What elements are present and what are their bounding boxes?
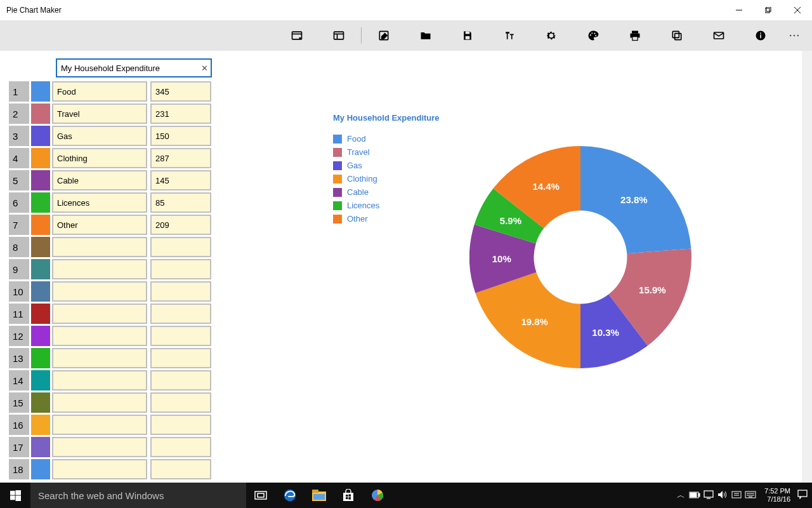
clear-title-icon[interactable]: ✕	[198, 64, 211, 73]
toolbar-edit-button[interactable]	[363, 20, 405, 51]
row-label-input[interactable]	[52, 170, 147, 190]
file-explorer-icon[interactable]	[304, 483, 334, 508]
row-value-input[interactable]	[150, 215, 211, 235]
row-value-cell	[150, 348, 211, 368]
row-label-input[interactable]	[52, 104, 147, 124]
toolbar-save-button[interactable]	[447, 20, 488, 51]
close-button[interactable]	[783, 0, 812, 20]
edge-icon[interactable]	[275, 483, 304, 508]
pie-chart-app-icon[interactable]	[363, 483, 392, 508]
row-label-input[interactable]	[52, 304, 147, 324]
legend-swatch	[333, 215, 342, 224]
row-value-input[interactable]	[150, 304, 211, 324]
row-label-input[interactable]	[52, 370, 147, 391]
row-value-input[interactable]	[150, 370, 211, 391]
row-label-input[interactable]	[52, 459, 147, 479]
svg-rect-43	[346, 497, 348, 499]
row-color-swatch[interactable]	[31, 104, 50, 124]
svg-point-15	[591, 32, 593, 34]
row-value-input[interactable]	[150, 459, 211, 479]
row-color-swatch[interactable]	[31, 348, 50, 368]
minimize-button[interactable]	[724, 0, 754, 20]
taskbar-search[interactable]: Search the web and Windows	[30, 483, 246, 508]
row-color-swatch[interactable]	[31, 192, 50, 213]
row-value-cell	[150, 370, 211, 391]
row-label-input[interactable]	[52, 281, 147, 302]
row-label-input[interactable]	[52, 326, 147, 346]
row-value-input[interactable]	[150, 348, 211, 368]
row-value-input[interactable]	[150, 259, 211, 279]
toolbar-panel-button[interactable]	[318, 20, 360, 51]
row-value-input[interactable]	[150, 126, 211, 146]
row-color-swatch[interactable]	[31, 148, 50, 168]
keyboard-icon[interactable]	[743, 491, 757, 500]
row-value-input[interactable]	[150, 437, 211, 457]
store-icon[interactable]	[334, 483, 363, 508]
row-label-input[interactable]	[52, 148, 147, 168]
toolbar-palette-button[interactable]	[572, 20, 614, 51]
row-value-input[interactable]	[150, 170, 211, 190]
row-value-input[interactable]	[150, 192, 211, 213]
row-label-input[interactable]	[52, 348, 147, 368]
toolbar-text-button[interactable]	[488, 20, 530, 51]
row-color-swatch[interactable]	[31, 259, 50, 279]
data-row: 10	[9, 281, 212, 302]
row-label-input[interactable]	[52, 192, 147, 213]
toolbar-info-button[interactable]	[740, 20, 782, 51]
row-label-input[interactable]	[52, 437, 147, 457]
row-label-input[interactable]	[52, 415, 147, 435]
taskbar-date: 7/18/16	[757, 495, 790, 504]
row-label-input[interactable]	[52, 237, 147, 257]
row-color-swatch[interactable]	[31, 437, 50, 457]
task-view-icon[interactable]	[246, 483, 275, 508]
row-color-swatch[interactable]	[31, 170, 50, 190]
row-label-input[interactable]	[52, 126, 147, 146]
row-value-input[interactable]	[150, 81, 211, 102]
row-color-swatch[interactable]	[31, 326, 50, 346]
row-value-input[interactable]	[150, 104, 211, 124]
battery-icon[interactable]	[688, 491, 702, 500]
row-value-input[interactable]	[150, 281, 211, 302]
data-row: 17	[9, 437, 212, 457]
row-label-input[interactable]	[52, 392, 147, 413]
action-center-icon[interactable]	[796, 490, 809, 501]
toolbar-settings-button[interactable]	[530, 20, 572, 51]
maximize-button[interactable]	[754, 0, 783, 20]
row-value-input[interactable]	[150, 148, 211, 168]
tray-chevron-icon[interactable]: ︿	[674, 490, 688, 501]
toolbar-mail-button[interactable]	[698, 20, 740, 51]
row-label-input[interactable]	[52, 259, 147, 279]
row-color-swatch[interactable]	[31, 281, 50, 302]
row-value-input[interactable]	[150, 392, 211, 413]
chart-title-input[interactable]	[57, 64, 198, 73]
row-value-input[interactable]	[150, 326, 211, 346]
row-color-swatch[interactable]	[31, 459, 50, 479]
toolbar-window-layout-button[interactable]	[276, 20, 318, 51]
row-value-input[interactable]	[150, 237, 211, 257]
network-icon[interactable]	[702, 490, 716, 501]
row-label-cell	[52, 170, 147, 190]
row-label-input[interactable]	[52, 81, 147, 102]
scrollbar[interactable]	[802, 51, 812, 483]
data-row: 2	[9, 104, 212, 124]
toolbar-more-button[interactable]	[782, 20, 807, 51]
input-icon[interactable]	[730, 491, 743, 500]
volume-icon[interactable]	[716, 490, 730, 501]
toolbar-print-button[interactable]	[614, 20, 656, 51]
start-button[interactable]	[0, 483, 30, 508]
row-color-swatch[interactable]	[31, 237, 50, 257]
row-color-swatch[interactable]	[31, 304, 50, 324]
row-color-swatch[interactable]	[31, 126, 50, 146]
taskbar-clock[interactable]: 7:52 PM 7/18/16	[757, 487, 796, 504]
row-color-swatch[interactable]	[31, 215, 50, 235]
row-value-input[interactable]	[150, 415, 211, 435]
row-color-swatch[interactable]	[31, 81, 50, 102]
row-label-input[interactable]	[52, 215, 147, 235]
toolbar-open-button[interactable]	[405, 20, 447, 51]
legend-item: Gas	[333, 159, 379, 172]
row-color-swatch[interactable]	[31, 392, 50, 413]
row-label-cell	[52, 392, 147, 413]
row-color-swatch[interactable]	[31, 415, 50, 435]
row-color-swatch[interactable]	[31, 370, 50, 391]
toolbar-copy-button[interactable]	[656, 20, 698, 51]
